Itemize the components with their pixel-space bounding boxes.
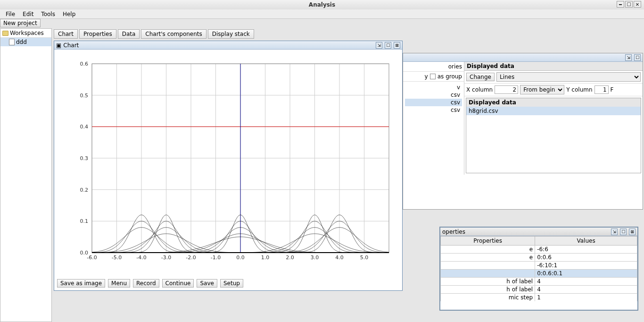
stories-label-fragment: ories <box>448 63 462 70</box>
svg-text:3.0: 3.0 <box>311 254 319 261</box>
y-fragment: y <box>425 73 428 80</box>
table-row[interactable]: -6:10:1 <box>441 262 637 270</box>
partial-item[interactable]: csv <box>405 106 462 114</box>
col-values: Values <box>535 237 637 246</box>
tree-root-label: Workspaces <box>10 30 44 36</box>
folder-icon <box>2 31 8 36</box>
svg-text:2.0: 2.0 <box>286 254 294 261</box>
frame-maximize-icon[interactable]: ☐ <box>385 42 391 49</box>
maximize-icon[interactable]: ☐ <box>625 1 633 8</box>
table-row[interactable]: e0:0.6 <box>441 254 637 262</box>
prop-value[interactable]: 0:0.6 <box>535 254 637 262</box>
chart-frame: ▣ Chart ⇲ ☐ ⊠ -6.0-5.0-4.0-3.0-2.0-1.00.… <box>54 41 403 291</box>
table-row[interactable]: e-6:6 <box>441 246 637 254</box>
as-group-label: as group <box>438 73 462 80</box>
change-select[interactable]: Lines <box>496 72 641 82</box>
window-controls: ━ ☐ ✕ <box>617 1 641 8</box>
menubar: File Edit Tools Help <box>0 9 644 19</box>
svg-text:0.2: 0.2 <box>80 187 89 193</box>
prop-name: mic step <box>441 294 535 302</box>
table-row[interactable]: h of label4 <box>441 286 637 294</box>
partial-item[interactable]: v <box>405 84 462 91</box>
minimize-icon[interactable]: ━ <box>617 1 624 8</box>
prop-name: h of label <box>441 278 535 286</box>
save-as-image-button[interactable]: Save as image <box>57 279 105 288</box>
frame-icon: ▣ <box>56 42 61 49</box>
prop-name: e <box>441 246 535 254</box>
tab-properties[interactable]: Properties <box>79 29 116 39</box>
record-button[interactable]: Record <box>133 279 159 288</box>
frame-close-icon[interactable]: ⊠ <box>394 42 400 49</box>
prop-value[interactable]: 4 <box>535 278 637 286</box>
workspace-tree: Workspaces ddd <box>0 28 52 322</box>
menu-file[interactable]: File <box>2 10 19 18</box>
prop-value[interactable]: -6:10:1 <box>535 262 637 270</box>
from-begin-select[interactable]: From begin <box>520 85 564 94</box>
tree-root-workspaces[interactable]: Workspaces <box>0 29 51 38</box>
continue-button[interactable]: Continue <box>162 279 194 288</box>
list-item[interactable]: h8grid.csv <box>466 107 641 115</box>
svg-text:-6.0: -6.0 <box>87 254 97 261</box>
window-titlebar: Analysis ━ ☐ ✕ <box>0 0 644 9</box>
svg-text:5.0: 5.0 <box>360 254 369 261</box>
close-icon[interactable]: ✕ <box>634 1 641 8</box>
prop-value[interactable]: 4 <box>535 286 637 294</box>
svg-text:0.0: 0.0 <box>80 250 89 256</box>
prop-name <box>441 270 535 278</box>
y-column-input[interactable] <box>594 85 609 94</box>
props-maximize-icon[interactable]: ☐ <box>620 229 627 235</box>
displayed-data-list: Displayed data h8grid.csv <box>466 98 641 173</box>
menu-help[interactable]: Help <box>59 10 79 18</box>
prop-value[interactable]: 0:0.6:0.1 <box>535 270 637 278</box>
new-project-button[interactable]: New project <box>0 19 41 27</box>
svg-text:-4.0: -4.0 <box>136 254 146 261</box>
tree-child-label: ddd <box>16 39 27 45</box>
tree-item-ddd[interactable]: ddd <box>0 38 51 46</box>
tab-components[interactable]: Chart's components <box>141 29 206 39</box>
svg-text:4.0: 4.0 <box>335 254 344 261</box>
props-close-icon[interactable]: ⊠ <box>629 229 636 235</box>
main-tabs: Chart Properties Data Chart's components… <box>53 28 644 40</box>
chart-frame-title: Chart <box>63 42 373 49</box>
tab-display-stack[interactable]: Display stack <box>208 29 254 39</box>
properties-title-fragment: operties <box>442 229 609 235</box>
tab-data[interactable]: Data <box>118 29 140 39</box>
props-iconify-icon[interactable]: ⇲ <box>611 229 618 235</box>
x-column-label: X column <box>466 86 493 93</box>
prop-value[interactable]: -6:6 <box>535 246 637 254</box>
panel-minimize-icon[interactable]: ⇲ <box>625 54 632 61</box>
partial-item[interactable]: csv <box>405 91 462 99</box>
tab-chart[interactable]: Chart <box>54 29 78 39</box>
properties-table: Properties Values e-6:6e0:0.6-6:10:10:0.… <box>440 236 637 301</box>
table-row[interactable]: h of label4 <box>441 278 637 286</box>
chart-plot: -6.0-5.0-4.0-3.0-2.0-1.00.01.02.03.04.05… <box>59 54 398 271</box>
x-column-input[interactable] <box>495 85 518 94</box>
svg-text:0.5: 0.5 <box>80 93 89 99</box>
prop-value[interactable]: 1 <box>535 294 637 302</box>
table-row[interactable]: mic step1 <box>441 294 637 302</box>
svg-text:-1.0: -1.0 <box>211 254 221 261</box>
svg-text:0.1: 0.1 <box>80 218 89 224</box>
panel-maximize-icon[interactable]: ☐ <box>634 54 641 61</box>
svg-text:0.3: 0.3 <box>80 155 89 161</box>
toolbar: New project <box>0 19 644 28</box>
table-row[interactable]: 0:0.6:0.1 <box>441 270 637 278</box>
list-header: Displayed data <box>466 98 641 107</box>
displayed-data-header: Displayed data <box>464 62 643 71</box>
setup-button[interactable]: Setup <box>220 279 243 288</box>
menu-edit[interactable]: Edit <box>19 10 37 18</box>
change-button[interactable]: Change <box>466 73 495 81</box>
svg-text:-3.0: -3.0 <box>161 254 171 261</box>
y-column-label: Y column <box>566 86 592 93</box>
svg-text:0.0: 0.0 <box>236 254 245 261</box>
f-fragment: F <box>611 86 614 93</box>
as-group-checkbox[interactable] <box>430 74 436 79</box>
prop-name <box>441 262 535 270</box>
frame-iconify-icon[interactable]: ⇲ <box>376 42 382 49</box>
data-config-panel: ⇲ ☐ ories y as group <box>403 53 643 210</box>
menu-tools[interactable]: Tools <box>37 10 59 18</box>
chart-menu-button[interactable]: Menu <box>108 279 130 288</box>
chart-save-button[interactable]: Save <box>197 279 217 288</box>
prop-name: e <box>441 254 535 262</box>
partial-item[interactable]: csv <box>405 99 462 106</box>
